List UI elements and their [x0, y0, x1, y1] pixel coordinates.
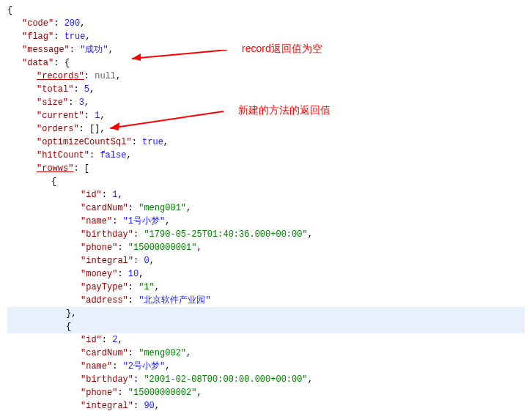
svg-marker-1: [132, 53, 141, 61]
json-line: "data": {: [7, 56, 525, 70]
json-line: {: [7, 175, 525, 188]
json-line: "birthday": "2001-02-08T00:00:00.000+00:…: [7, 373, 525, 386]
json-viewer: { "code": 200, "flag": true, "message": …: [7, 4, 525, 414]
json-line: "integral": 90,: [7, 399, 525, 413]
json-line: "records": null,: [7, 70, 525, 83]
json-line: "total": 5,: [7, 83, 525, 96]
json-line: "code": 200,: [7, 17, 525, 30]
json-line: "phone": "15000000001",: [7, 241, 525, 254]
arrow-icon: [132, 50, 242, 72]
arrow-icon: [110, 110, 234, 132]
json-line-highlighted: {: [7, 320, 525, 333]
svg-line-2: [110, 111, 223, 128]
svg-marker-3: [110, 122, 119, 130]
json-line: "rowws": [: [7, 162, 525, 175]
json-line: "money": 10,: [7, 267, 525, 281]
json-line: {: [7, 4, 525, 17]
annotation-text: record返回值为空: [242, 41, 322, 56]
json-line: "phone": "15000000002",: [7, 386, 525, 399]
json-line: "id": 2,: [7, 333, 525, 347]
svg-line-0: [132, 50, 227, 59]
json-line: },: [7, 307, 525, 320]
json-line: "name": "2号小梦",: [7, 360, 525, 373]
json-line: "orders": [],: [7, 122, 525, 136]
json-line: "id": 1,: [7, 188, 525, 202]
json-line: "optimizeCountSql": true,: [7, 136, 525, 149]
json-line: "birthday": "1790-05-25T01:40:36.000+00:…: [7, 228, 525, 241]
json-line: "payType": "1",: [7, 281, 525, 294]
json-line: "integral": 0,: [7, 254, 525, 267]
json-line: "cardNum": "meng002",: [7, 347, 525, 360]
json-line: "cardNum": "meng001",: [7, 202, 525, 215]
annotation-text: 新建的方法的返回值: [238, 103, 330, 118]
json-line: "name": "1号小梦",: [7, 215, 525, 228]
json-line: "address": "北京软件产业园": [7, 294, 525, 307]
json-line: "hitCount": false,: [7, 149, 525, 162]
